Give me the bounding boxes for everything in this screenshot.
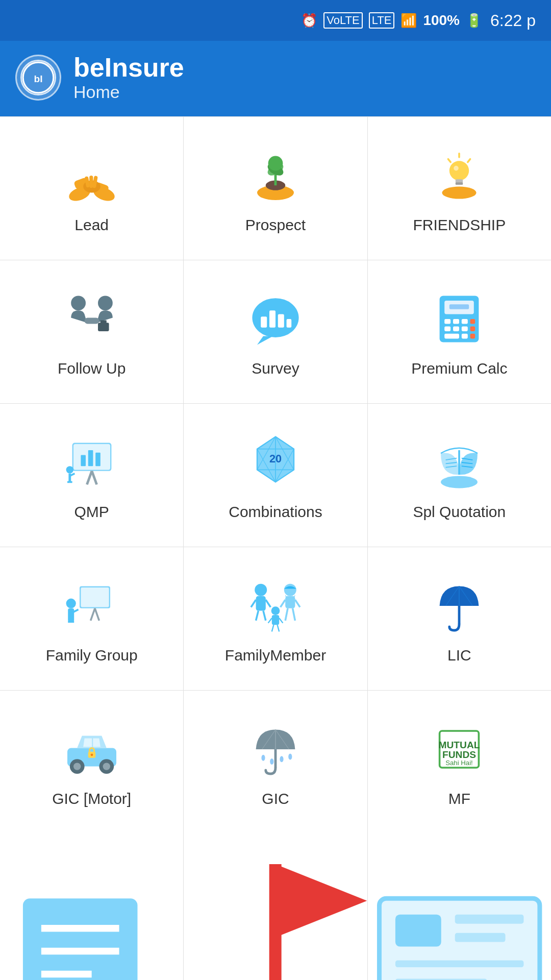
svg-line-100 [268, 618, 272, 623]
family-group-icon [61, 575, 122, 636]
svg-point-15 [268, 156, 283, 171]
svg-rect-27 [100, 321, 106, 324]
grid-item-qmp[interactable]: QMP [0, 404, 183, 547]
friendship-label: FRIENDSHIP [413, 216, 506, 234]
survey-label: Survey [252, 360, 299, 377]
svg-line-22 [448, 159, 451, 162]
svg-text:bI: bI [34, 74, 42, 84]
gic-label: GIC [262, 790, 289, 807]
bottom-partial-row [0, 834, 551, 980]
spl-quotation-label: Spl Quotation [413, 503, 506, 521]
svg-rect-40 [462, 319, 468, 324]
lead-label: Lead [74, 216, 109, 234]
prospect-icon [245, 145, 306, 206]
grid-item-followup[interactable]: Follow Up [0, 260, 183, 403]
grid-item-lead[interactable]: Lead [0, 117, 183, 260]
battery-icon: 🔋 [466, 13, 482, 29]
svg-point-110 [73, 763, 81, 770]
svg-point-70 [441, 476, 478, 488]
grid-item-lic[interactable]: LIC [368, 547, 551, 690]
svg-point-51 [66, 466, 73, 473]
svg-line-89 [266, 600, 271, 607]
svg-rect-31 [261, 316, 267, 328]
svg-rect-135 [455, 915, 523, 924]
followup-icon [61, 288, 122, 350]
svg-line-60 [92, 471, 97, 484]
svg-rect-43 [453, 327, 459, 332]
svg-rect-79 [81, 587, 109, 607]
signal-icon: 📶 [400, 13, 417, 29]
lic-icon [429, 575, 490, 636]
svg-line-95 [295, 600, 300, 607]
svg-point-82 [66, 599, 76, 608]
svg-point-121 [280, 756, 283, 762]
grid-item-gic-motor[interactable]: GIC [Motor] [0, 691, 183, 834]
gic-motor-icon [61, 719, 122, 780]
main-grid: Lead Prospect [0, 116, 551, 834]
alarm-icon: ⏰ [301, 13, 317, 29]
svg-text:MUTUAL: MUTUAL [439, 740, 480, 750]
spl-quotation-icon [429, 432, 490, 493]
svg-point-25 [98, 296, 113, 311]
svg-marker-30 [257, 336, 273, 345]
followup-label: Follow Up [58, 360, 126, 377]
svg-rect-42 [445, 327, 451, 332]
bottom-item-2[interactable] [184, 834, 367, 980]
svg-line-94 [281, 600, 286, 607]
grid-item-survey[interactable]: Survey [184, 260, 367, 403]
grid-item-gic[interactable]: GIC [184, 691, 367, 834]
svg-rect-33 [278, 314, 284, 328]
svg-rect-48 [470, 334, 475, 339]
svg-rect-127 [23, 898, 138, 980]
svg-rect-93 [285, 596, 295, 608]
app-header: bI beInsure Home [0, 41, 551, 116]
prospect-label: Prospect [245, 216, 306, 234]
grid-item-mf[interactable]: MUTUAL FUNDS Sahi Hai! MF [368, 691, 551, 834]
lead-icon [61, 145, 122, 206]
svg-line-103 [278, 625, 280, 631]
svg-rect-19 [456, 182, 463, 185]
grid-item-prospect[interactable]: Prospect [184, 117, 367, 260]
status-icons: ⏰ VoLTE LTE 📶 100% 🔋 [301, 12, 482, 29]
battery-text: 100% [423, 12, 460, 29]
grid-item-friendship[interactable]: FRIENDSHIP [368, 117, 551, 260]
qmp-icon [61, 432, 122, 493]
svg-line-102 [272, 625, 274, 631]
svg-rect-57 [88, 450, 93, 466]
bottom-item-1[interactable] [0, 834, 183, 980]
svg-rect-58 [95, 453, 101, 466]
svg-line-96 [285, 608, 288, 621]
grid-item-family-member[interactable]: FamilyMember [184, 547, 367, 690]
mf-icon: MUTUAL FUNDS Sahi Hai! [429, 719, 490, 780]
survey-icon [245, 288, 306, 350]
grid-item-combinations[interactable]: 20 Combinations [184, 404, 367, 547]
svg-rect-44 [462, 327, 468, 332]
combinations-icon: 20 [245, 432, 306, 493]
svg-point-17 [449, 161, 469, 180]
logo-svg: bI [22, 61, 55, 94]
family-member-label: FamilyMember [225, 647, 326, 664]
grid-item-family-group[interactable]: Family Group [0, 547, 183, 690]
svg-rect-32 [269, 310, 276, 328]
svg-line-21 [468, 159, 470, 162]
svg-rect-28 [84, 318, 99, 324]
svg-text:FUNDS: FUNDS [442, 749, 476, 760]
premium-calc-label: Premium Calc [411, 360, 507, 377]
gic-icon [245, 719, 306, 780]
bottom-item-3[interactable] [368, 834, 551, 980]
svg-rect-46 [445, 334, 460, 339]
svg-rect-137 [395, 961, 524, 967]
qmp-label: QMP [74, 503, 109, 521]
svg-rect-136 [455, 933, 505, 942]
svg-point-16 [442, 187, 477, 199]
svg-rect-83 [68, 608, 74, 622]
sim-icon: LTE [369, 12, 395, 29]
grid-item-spl-quotation[interactable]: Spl Quotation [368, 404, 551, 547]
svg-rect-99 [272, 615, 279, 625]
svg-rect-47 [462, 334, 468, 339]
app-logo-inner: bI [20, 60, 56, 95]
svg-point-120 [270, 758, 273, 765]
voip-icon: VoLTE [323, 12, 362, 29]
family-group-label: Family Group [46, 647, 138, 664]
grid-item-premium-calc[interactable]: Premium Calc [368, 260, 551, 403]
